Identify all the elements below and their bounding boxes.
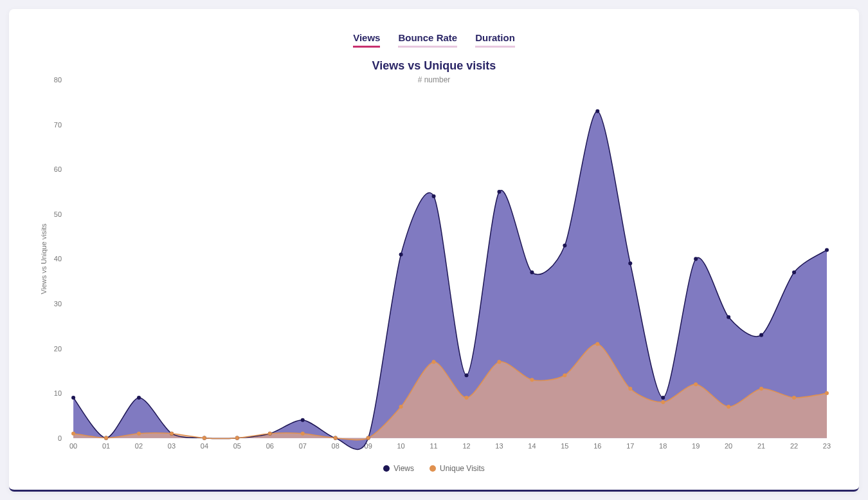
svg-point-75 <box>628 387 632 391</box>
tab-bounce-rate[interactable]: Bounce Rate <box>398 32 457 48</box>
svg-point-48 <box>530 270 534 274</box>
svg-point-71 <box>497 360 501 364</box>
svg-text:12: 12 <box>462 442 470 450</box>
svg-point-57 <box>825 248 829 252</box>
svg-point-49 <box>563 243 566 247</box>
svg-point-53 <box>694 257 698 261</box>
svg-point-61 <box>170 432 174 436</box>
svg-point-70 <box>465 396 469 400</box>
svg-point-58 <box>71 432 75 436</box>
svg-text:11: 11 <box>429 442 437 450</box>
svg-text:08: 08 <box>332 442 339 450</box>
svg-point-68 <box>399 405 403 409</box>
svg-point-65 <box>301 432 305 436</box>
legend-item-unique[interactable]: Unique Visits <box>429 464 485 473</box>
tab-duration[interactable]: Duration <box>475 32 515 48</box>
svg-text:01: 01 <box>102 442 110 450</box>
chart-svg: 0102030405060708000010203040506070809101… <box>35 73 833 458</box>
svg-point-72 <box>530 378 534 382</box>
chart-tabs: Views Bounce Rate Duration <box>9 9 859 48</box>
svg-point-63 <box>235 436 239 440</box>
svg-text:04: 04 <box>201 442 208 450</box>
svg-text:13: 13 <box>495 442 503 450</box>
svg-point-50 <box>595 109 599 113</box>
svg-text:23: 23 <box>823 442 831 450</box>
svg-text:00: 00 <box>69 442 77 450</box>
tab-views[interactable]: Views <box>353 32 380 48</box>
svg-point-56 <box>792 270 796 274</box>
svg-point-41 <box>301 418 305 422</box>
legend-swatch-views <box>383 465 390 472</box>
svg-point-45 <box>432 194 436 198</box>
svg-text:19: 19 <box>692 442 700 450</box>
svg-text:05: 05 <box>233 442 241 450</box>
svg-point-77 <box>694 382 698 386</box>
svg-point-79 <box>759 387 763 391</box>
svg-text:80: 80 <box>54 76 62 84</box>
legend-label-views: Views <box>393 464 414 473</box>
svg-point-54 <box>727 315 730 319</box>
svg-point-51 <box>628 261 632 265</box>
svg-text:70: 70 <box>54 121 62 129</box>
svg-text:0: 0 <box>58 434 62 442</box>
svg-text:20: 20 <box>54 345 62 353</box>
svg-point-52 <box>661 396 665 400</box>
legend-item-views[interactable]: Views <box>383 464 414 473</box>
svg-point-59 <box>104 436 108 440</box>
svg-text:Views vs Unique visits: Views vs Unique visits <box>40 223 48 294</box>
svg-point-62 <box>203 436 206 440</box>
svg-text:06: 06 <box>266 442 274 450</box>
svg-text:40: 40 <box>54 255 62 263</box>
svg-point-80 <box>792 396 796 400</box>
svg-point-64 <box>268 432 272 436</box>
svg-point-44 <box>399 252 403 256</box>
svg-point-69 <box>432 360 436 364</box>
svg-text:14: 14 <box>528 442 536 450</box>
chart-title: Views vs Unique visits <box>9 59 859 73</box>
chart-plot-area: 0102030405060708000010203040506070809101… <box>35 73 833 458</box>
svg-text:22: 22 <box>790 442 798 450</box>
legend-swatch-unique <box>429 465 436 472</box>
svg-text:15: 15 <box>561 442 568 450</box>
svg-point-81 <box>825 391 829 395</box>
chart-card: Views Bounce Rate Duration Views vs Uniq… <box>9 9 859 492</box>
svg-text:21: 21 <box>757 442 765 450</box>
svg-text:30: 30 <box>54 300 62 308</box>
svg-point-73 <box>563 373 566 377</box>
svg-text:60: 60 <box>54 165 62 173</box>
svg-text:50: 50 <box>54 210 62 218</box>
svg-text:18: 18 <box>659 442 667 450</box>
svg-text:16: 16 <box>593 442 601 450</box>
svg-point-46 <box>465 373 469 377</box>
svg-point-66 <box>334 436 338 440</box>
svg-text:02: 02 <box>135 442 143 450</box>
svg-text:03: 03 <box>168 442 176 450</box>
svg-text:17: 17 <box>626 442 634 450</box>
svg-point-67 <box>366 436 370 440</box>
legend-label-unique: Unique Visits <box>440 464 485 473</box>
svg-point-47 <box>497 190 501 194</box>
svg-point-55 <box>759 333 763 337</box>
svg-text:07: 07 <box>299 442 307 450</box>
svg-point-74 <box>595 342 599 346</box>
svg-point-78 <box>727 405 730 409</box>
svg-text:10: 10 <box>397 442 404 450</box>
svg-point-34 <box>71 396 75 400</box>
svg-point-60 <box>137 432 141 436</box>
chart-legend: Views Unique Visits <box>9 464 859 473</box>
svg-point-76 <box>661 400 665 404</box>
svg-text:10: 10 <box>54 389 62 397</box>
svg-point-36 <box>137 396 141 400</box>
svg-text:20: 20 <box>725 442 732 450</box>
